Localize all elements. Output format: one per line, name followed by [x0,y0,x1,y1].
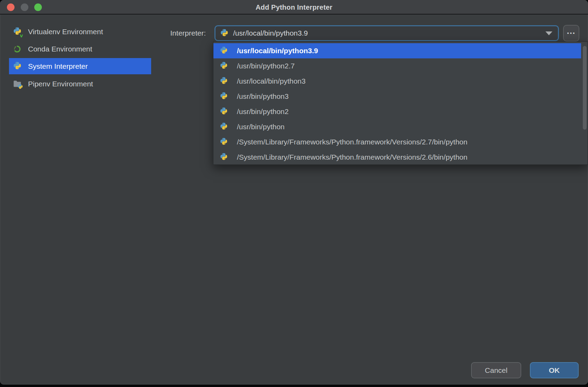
dropdown-item[interactable]: /usr/bin/python2.7 [213,58,581,74]
sidebar-item-label: Conda Environment [28,45,92,53]
dropdown-item-label: /System/Library/Frameworks/Python.framew… [237,138,467,146]
sidebar-item-virtualenv[interactable]: v Virtualenv Environment [9,23,151,40]
browse-button[interactable]: … [563,25,579,41]
dropdown-item[interactable]: /System/Library/Frameworks/Python.framew… [213,134,581,150]
pipenv-folder-icon [13,79,22,88]
dropdown-item[interactable]: /usr/local/bin/python3 [213,74,581,89]
ok-button[interactable]: OK [530,362,579,378]
python-icon [220,123,228,131]
dialog-title: Add Python Interpreter [0,0,588,15]
dropdown-item-label: /usr/bin/python2.7 [237,62,295,70]
python-icon [220,47,228,55]
dropdown-item-label: /usr/bin/python [237,123,285,131]
virtualenv-v-badge: v [20,33,23,38]
sidebar-item-label: Virtualenv Environment [28,28,103,36]
dropdown-item[interactable]: /usr/bin/python2 [213,104,581,119]
python-icon [220,62,228,70]
python-icon [220,29,229,38]
titlebar: Add Python Interpreter [0,0,588,15]
interpreter-value: /usr/local/bin/python3.9 [233,29,308,37]
dropdown-item-label: /usr/bin/python3 [237,92,288,101]
cancel-button[interactable]: Cancel [471,362,521,378]
dropdown-item[interactable]: /usr/bin/python3 [213,89,581,104]
python-icon [220,107,228,116]
sidebar-item-label: Pipenv Environment [28,80,93,88]
chevron-down-icon [545,31,552,35]
python-icon [220,138,228,146]
zoom-button[interactable] [34,3,42,11]
python-virtualenv-icon: v [13,27,22,36]
dropdown-item-label: /usr/local/bin/python3.9 [237,47,318,55]
sidebar-item-pipenv[interactable]: Pipenv Environment [9,76,151,92]
dropdown-item[interactable]: /usr/bin/python [213,119,581,134]
dropdown-item[interactable]: /usr/local/bin/python3.9 [213,43,581,58]
sidebar-item-conda[interactable]: Conda Environment [9,41,151,57]
interpreter-label: Interpreter: [138,25,206,41]
dropdown-item-label: /usr/bin/python2 [237,107,288,116]
interpreter-combobox[interactable]: /usr/local/bin/python3.9 [214,25,559,41]
dropdown-item[interactable]: /System/Library/Frameworks/Python.framew… [213,150,581,165]
sidebar-item-system-interpreter[interactable]: System Interpreter [9,58,151,74]
dropdown-scrollbar-thumb[interactable] [583,46,587,130]
python-icon [13,62,22,71]
close-button[interactable] [7,3,15,11]
sidebar-item-label: System Interpreter [28,62,88,70]
interpreter-dropdown-popup: /usr/local/bin/python3.9 /usr/bin/python… [213,41,588,165]
add-interpreter-dialog: Add Python Interpreter v Virtualenv Envi… [0,0,588,385]
dropdown-item-label: /usr/local/bin/python3 [237,77,305,85]
python-icon [220,153,228,161]
conda-icon [13,45,22,54]
dropdown-item-label: /System/Library/Frameworks/Python.framew… [237,153,467,161]
python-icon [220,92,228,101]
minimize-button[interactable] [21,3,28,11]
python-icon [220,77,228,85]
